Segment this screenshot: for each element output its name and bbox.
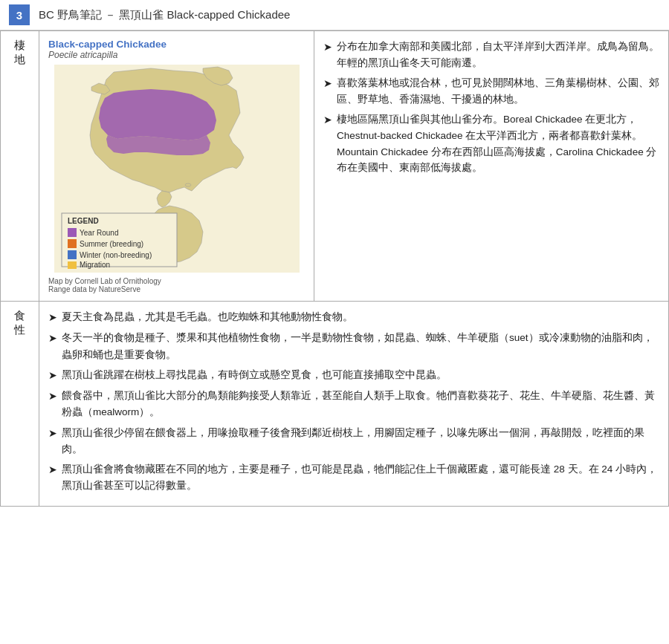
food-item-6: ➤ 黑頂山雀會將食物藏匿在不同的地方，主要是種子，也可能是昆蟲，牠們能記住上千個… [48,461,659,495]
svg-text:Year Round: Year Round [80,229,118,237]
bird-latin-name: Poecile atricapilla [48,50,305,60]
page-number: 3 [9,4,30,25]
page-header: 3 BC 野鳥筆記 － 黑頂山雀 Black-capped Chickadee [0,0,669,30]
svg-rect-4 [68,228,77,237]
arrow-icon: ➤ [323,76,332,107]
map-credit: Map by Cornell Lab of Ornithology Range … [48,277,305,293]
svg-text:Winter (non-breeding): Winter (non-breeding) [80,251,152,259]
svg-rect-6 [68,239,77,248]
arrow-icon: ➤ [48,331,57,363]
food-item-3: ➤ 黑頂山雀跳躍在樹枝上尋找昆蟲，有時倒立或懸空覓食，也可能直接捕取空中昆蟲。 [48,367,659,384]
food-description: ➤ 夏天主食為昆蟲，尤其是毛毛蟲。也吃蜘蛛和其牠動物性食物。 ➤ 冬天一半的食物… [39,302,669,507]
food-item-1: ➤ 夏天主食為昆蟲，尤其是毛毛蟲。也吃蜘蛛和其牠動物性食物。 [48,309,659,326]
svg-text:LEGEND: LEGEND [68,217,99,225]
arrow-icon: ➤ [48,462,57,495]
arrow-icon: ➤ [48,368,57,384]
habitat-label: 棲地 [1,31,39,302]
food-item-5: ➤ 黑頂山雀很少停留在餵食器上，用喙撿取種子後會飛到鄰近樹枝上，用腳固定種子，以… [48,425,659,458]
food-item-2: ➤ 冬天一半的食物是種子、漿果和其他植物性食物，一半是動物性食物，如昆蟲、蜘蛛、… [48,330,659,363]
bird-name-block: Black-capped Chickadee Poecile atricapil… [48,39,305,60]
map-cell: Black-capped Chickadee Poecile atricapil… [39,31,314,302]
food-row: 食性 ➤ 夏天主食為昆蟲，尤其是毛毛蟲。也吃蜘蛛和其牠動物性食物。 ➤ 冬天一半… [1,302,669,507]
svg-rect-10 [68,261,77,269]
svg-text:Migration: Migration [80,261,110,269]
arrow-icon: ➤ [323,39,332,71]
habitat-desc-3: ➤ 棲地區隔黑頂山雀與其他山雀分布。Boreal Chickadee 在更北方，… [323,111,659,175]
page-title: BC 野鳥筆記 － 黑頂山雀 Black-capped Chickadee [39,8,290,22]
habitat-desc-2: ➤ 喜歡落葉林地或混合林，也可見於開闊林地、三角葉楊樹林、公園、郊區、野草地、香… [323,75,659,107]
svg-point-1 [185,183,191,186]
arrow-icon: ➤ [323,112,332,175]
habitat-row: 棲地 Black-capped Chickadee Poecile atrica… [1,31,669,302]
range-map: LEGEND Year Round Summer (breeding) Wint… [54,65,300,273]
svg-rect-8 [68,250,77,259]
food-label: 食性 [1,302,39,507]
main-table: 棲地 Black-capped Chickadee Poecile atrica… [0,30,669,507]
arrow-icon: ➤ [48,426,57,458]
arrow-icon: ➤ [48,310,57,326]
habitat-description: ➤ 分布在加拿大南部和美國北部，自太平洋岸到大西洋岸。成鳥為留鳥。年輕的黑頂山雀… [314,31,669,302]
food-item-4: ➤ 餵食器中，黑頂山雀比大部分的鳥類能夠接受人類靠近，甚至能自人類手上取食。牠們… [48,388,659,421]
arrow-icon: ➤ [48,388,57,421]
bird-common-name: Black-capped Chickadee [48,39,305,50]
habitat-desc-1: ➤ 分布在加拿大南部和美國北部，自太平洋岸到大西洋岸。成鳥為留鳥。年輕的黑頂山雀… [323,39,659,71]
svg-text:Summer (breeding): Summer (breeding) [80,240,143,248]
